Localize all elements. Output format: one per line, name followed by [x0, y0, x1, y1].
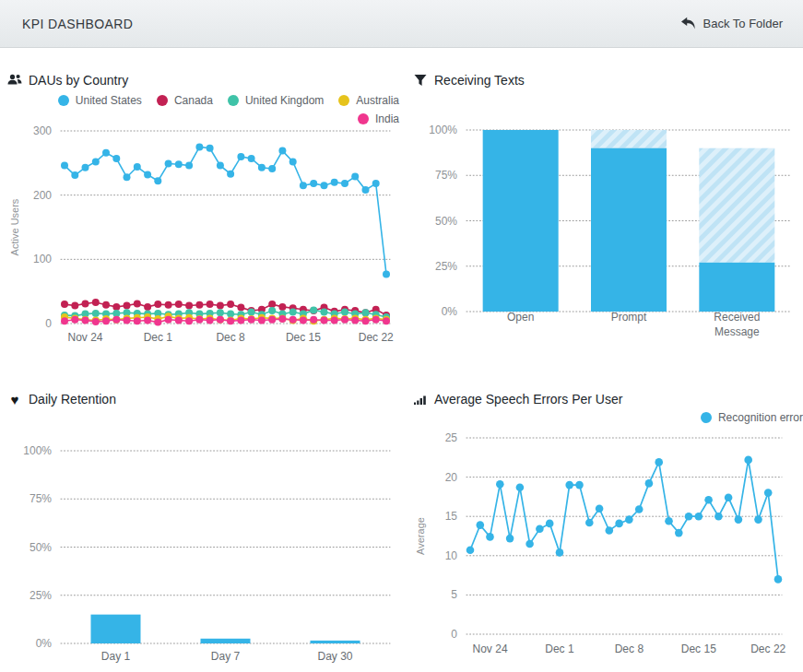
data-point: [82, 317, 89, 324]
data-point: [268, 301, 276, 308]
data-point: [134, 317, 141, 324]
legend-item-united-states[interactable]: United States: [58, 94, 142, 107]
daily-retention-bar-chart[interactable]: 0%25%50%75%100%Day 1Day 7Day 30: [7, 433, 399, 669]
data-point: [134, 163, 141, 171]
data-point: [268, 307, 276, 314]
panel-receiving-texts: Receiving Texts 0%25%50%75%100%OpenPromp…: [413, 72, 797, 354]
data-point: [217, 309, 224, 316]
data-point: [585, 519, 594, 527]
legend-item-recognition-error[interactable]: Recognition error: [701, 411, 803, 424]
legend-label: Recognition error: [718, 411, 803, 424]
page-title: KPI DASHBOARD: [22, 17, 133, 31]
bar: [91, 615, 141, 643]
daus-chart-title-text: DAUs by Country: [29, 73, 128, 88]
panel-daus-by-country: DAUs by Country United StatesCanadaUnite…: [7, 72, 399, 354]
svg-text:Nov 24: Nov 24: [473, 643, 508, 655]
funnel-icon: [413, 73, 428, 88]
svg-text:Day 30: Day 30: [317, 650, 352, 663]
data-point: [615, 520, 623, 528]
svg-text:0%: 0%: [36, 637, 53, 650]
speech-errors-legend: Recognition error: [413, 411, 803, 424]
data-point: [300, 317, 307, 324]
data-point: [207, 145, 214, 152]
back-to-folder-button[interactable]: Back To Folder: [673, 11, 790, 36]
data-point: [278, 147, 286, 155]
data-point: [506, 535, 514, 543]
legend-item-india[interactable]: India: [358, 112, 399, 125]
data-point: [144, 317, 151, 324]
data-point: [165, 301, 172, 309]
data-point: [645, 479, 654, 488]
data-point: [695, 513, 703, 521]
data-point: [596, 504, 604, 513]
svg-text:Day 1: Day 1: [101, 650, 131, 663]
bar: [699, 263, 774, 312]
data-point: [278, 303, 286, 311]
svg-text:0%: 0%: [442, 305, 458, 318]
svg-text:50%: 50%: [435, 215, 457, 228]
svg-text:Dec 15: Dec 15: [681, 643, 716, 655]
data-point: [248, 316, 255, 324]
series-line-0: [470, 460, 778, 580]
data-point: [546, 520, 554, 528]
svg-text:Open: Open: [507, 311, 534, 324]
data-point: [124, 173, 131, 181]
funnel-ghost-bar: [591, 130, 667, 148]
data-point: [227, 311, 234, 318]
svg-text:10: 10: [445, 549, 458, 562]
svg-text:25: 25: [445, 431, 458, 444]
svg-text:Dec 22: Dec 22: [359, 331, 394, 344]
data-point: [383, 317, 390, 324]
data-point: [154, 319, 161, 326]
data-point: [71, 316, 78, 324]
legend-item-canada[interactable]: Canada: [157, 94, 213, 107]
data-point: [486, 533, 494, 541]
legend-dot: [338, 95, 349, 106]
data-point: [217, 162, 224, 170]
legend-dot: [228, 95, 239, 106]
data-point: [714, 513, 723, 521]
data-point: [575, 481, 584, 489]
data-point: [525, 540, 534, 548]
back-arrow-icon: [680, 17, 696, 30]
legend-dot: [58, 95, 69, 106]
daus-line-chart[interactable]: 0100200300Active UsersNov 24Dec 1Dec 8De…: [7, 125, 399, 354]
data-point: [341, 316, 348, 324]
data-point: [144, 303, 151, 311]
daus-chart-title: DAUs by Country: [7, 72, 399, 88]
svg-text:Day 7: Day 7: [211, 650, 241, 663]
data-point: [655, 458, 663, 466]
svg-text:Dec 8: Dec 8: [216, 331, 245, 344]
bar: [483, 130, 559, 312]
speech-errors-line-chart[interactable]: 0510152025AverageNov 24Dec 1Dec 8Dec 15D…: [413, 426, 803, 662]
data-point: [675, 529, 683, 537]
data-point: [258, 164, 266, 171]
data-point: [321, 182, 328, 189]
receiving-texts-chart-title-text: Receiving Texts: [434, 73, 525, 88]
legend-item-united-kingdom[interactable]: United Kingdom: [228, 94, 324, 107]
daily-retention-chart-title: ♥ Daily Retention: [7, 391, 399, 407]
data-point: [102, 149, 110, 157]
svg-text:100: 100: [33, 253, 52, 265]
data-point: [362, 186, 370, 194]
data-point: [102, 317, 110, 324]
data-point: [321, 317, 328, 324]
legend-item-australia[interactable]: Australia: [338, 94, 399, 107]
users-icon: [7, 73, 22, 88]
header-bar: KPI DASHBOARD Back To Folder: [0, 0, 803, 48]
data-point: [754, 515, 762, 524]
receiving-texts-funnel-chart[interactable]: 0%25%50%75%100%OpenPromptReceivedMessage: [413, 125, 797, 354]
data-point: [321, 309, 328, 316]
svg-text:25%: 25%: [30, 589, 52, 602]
data-point: [227, 301, 234, 308]
legend-label: United States: [76, 94, 142, 107]
svg-text:Prompt: Prompt: [611, 311, 647, 324]
data-point: [331, 179, 338, 186]
svg-text:ReceivedMessage: ReceivedMessage: [714, 311, 760, 338]
svg-text:50%: 50%: [30, 541, 52, 554]
data-point: [112, 316, 120, 324]
data-point: [685, 513, 693, 521]
data-point: [248, 155, 255, 162]
data-point: [237, 317, 244, 324]
data-point: [248, 309, 255, 316]
